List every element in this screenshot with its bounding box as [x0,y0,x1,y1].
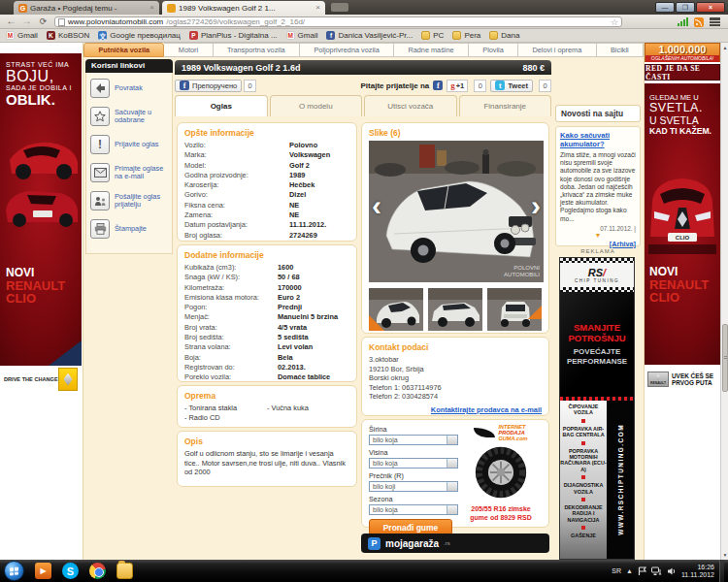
sidebar-item-prijavite[interactable]: ! Prijavite oglas [90,135,168,154]
maximize-button[interactable]: ❐ [676,2,695,13]
tire-promo[interactable]: INTERNET PRODAJA GUMA.com 205/55 R16 zim… [459,424,543,522]
tab-close-icon[interactable]: × [315,4,320,12]
bookmark-gmail[interactable]: MGmail [6,31,38,40]
sidebar-item-sacuvajte[interactable]: Sačuvajte u odabrane [90,107,168,126]
show-desktop-button[interactable] [719,560,724,582]
photo-next-arrow[interactable]: › [531,191,541,220]
speaker-icon[interactable] [667,566,677,576]
sidebar-item-posaljite-prijatelju[interactable]: Pošaljite oglas prijatelju [90,191,168,210]
google-plus-one-button[interactable]: g +1 [447,80,468,92]
nav-tab-plovila[interactable]: Plovila [469,43,518,57]
contact-email-link[interactable]: Kontaktirajte prodavca na e-mail [369,405,542,414]
tire-width-select[interactable]: bilo koja [369,435,458,445]
reload-button[interactable]: ⟳ [36,16,50,28]
bookmark-planplus[interactable]: PPlanPlus - Digitalna ... [189,31,278,40]
taskbar-clock[interactable]: 16:26 11.11.2012 [681,564,714,579]
bookmark-gmail-2[interactable]: MGmail [286,31,318,40]
hidden-icons-arrow[interactable]: ▲ [626,567,633,574]
photo-prev-arrow[interactable]: ‹ [372,191,381,220]
action-center-flag-icon[interactable] [638,566,646,576]
chevron-down-icon[interactable] [447,436,457,444]
info-value: NE [289,210,299,220]
explorer-taskbar-icon[interactable] [116,563,133,579]
tweet-button[interactable]: t Tweet [490,80,533,92]
skype-taskbar-icon[interactable]: S [62,563,79,579]
mojagaraza-banner[interactable]: P mojagaraža .rs [361,534,549,553]
info-label: Broj sedišta: [184,333,278,342]
info-value: 4/5 vrata [278,323,307,333]
bookmark-facebook-profile[interactable]: fDanica Vasiljević-Pr... [326,31,413,40]
sidebar-item-povratak[interactable]: Povratak [90,79,168,98]
fb-recommend-button[interactable]: f Препоручено [175,80,242,92]
browser-menu-icon[interactable] [710,17,720,26]
chrome-taskbar-icon[interactable] [89,563,106,579]
nav-tab-bicikli[interactable]: Bicikli [597,43,644,57]
red-je-da-se-casti-banner[interactable]: RED JE DA SE ČASTI [645,64,720,81]
bookmark-kobson[interactable]: KKoBSON [47,31,89,40]
garaza-favicon-icon: G [18,4,27,13]
main-photo[interactable]: ‹ › POLOVNI AUTOMOBILI [369,141,544,282]
sidebar-item-stampajte[interactable]: Štampajte [90,219,168,239]
start-button[interactable] [4,561,24,581]
nav-tab-motori[interactable]: Motori [164,43,213,57]
bookmark-label: Google преводилац [110,31,181,40]
tab-close-icon[interactable]: × [149,4,154,12]
tab-oglas[interactable]: Oglas [175,95,268,116]
chevron-down-icon[interactable] [447,459,457,468]
clock-time: 16:26 [681,564,714,571]
tire-season-select[interactable]: bilo koja [369,504,458,515]
bookmark-translate[interactable]: 文Google преводилац [98,31,181,40]
tire-diameter-select[interactable]: bilo koji [369,481,458,492]
bookmark-folder-dana[interactable]: Dana [489,31,519,40]
media-player-taskbar-icon[interactable]: ▶ [35,563,51,579]
renault-clio-ad-left[interactable]: STRAST VEĆ IMA BOJU, SADA JE DOBILA I OB… [0,53,82,366]
page-scrollbar[interactable]: ▲ ▼ [720,43,728,560]
nav-tab-radne-masine[interactable]: Radne mašine [394,43,469,57]
photo-thumbnail-1[interactable] [369,288,423,331]
url-field[interactable]: www.polovniautomobili.com /oglas2724269/… [54,16,622,27]
new-tab-button[interactable] [331,3,348,12]
forward-button[interactable]: → [19,16,34,28]
chip-service: GAŠENJE [571,533,596,538]
photo-thumbnail-3[interactable] [487,288,542,331]
tab-finansiranje[interactable]: Finansiranje [459,95,552,116]
photo-thumbnail-2[interactable] [428,288,482,331]
renault-ad-left-footer[interactable]: DRIVE THE CHANGE [0,366,82,393]
renault-ad-right-footer[interactable]: RENAULT UVEK ĆEŠ SE PRVOG PUTA [645,366,720,393]
renault-clio-ad-right[interactable]: GLEDAJ ME U SVETLA. U SVETLA KAD TI KAŽE… [645,83,720,365]
nav-tab-putnicka-vozila[interactable]: Putnička vozila [83,43,164,57]
info-row: Broj vrata:4/5 vrata [184,323,349,333]
bookmark-star-icon[interactable]: ☆ [611,17,618,27]
back-button[interactable]: ← [4,16,18,28]
bookmark-folder-pera[interactable]: Pera [452,31,480,40]
tire-height-select[interactable]: bilo koja [369,458,458,469]
chevron-down-icon[interactable] [447,505,457,514]
expand-triangle-icon[interactable]: ▼ [560,232,636,240]
tab-utisci-vozaca[interactable]: Utisci vozača [364,95,457,116]
tweet-label: Tweet [508,81,528,90]
nav-tab-transportna[interactable]: Transportna vozila [214,43,301,57]
scrollbar-thumb[interactable] [722,324,728,392]
nav-tab-poljoprivredna[interactable]: Poljoprivredna vozila [300,43,394,57]
sidebar-item-email-oglasi[interactable]: Primajte oglase na e-mail [90,163,168,182]
news-article-link[interactable]: Kako sačuvati akumulator? [560,131,636,148]
language-indicator[interactable]: SR [612,567,621,574]
rss-icon[interactable] [694,17,704,27]
browser-tab-inactive[interactable]: G Garaža • Pogledaj temu - × [14,1,159,15]
network-icon[interactable] [651,566,662,576]
scroll-down-arrow[interactable]: ▼ [721,550,728,560]
tab-o-modelu[interactable]: O modelu [270,95,363,116]
facebook-icon[interactable]: f [433,81,443,90]
news-archive-link[interactable]: [Arhiva] [560,240,636,248]
close-button[interactable]: × [696,2,725,13]
chip-tuning-ad[interactable]: RS/ CHIP TUNING SMANJITE POTROŠNJU POVEĆ… [559,257,635,560]
browser-tab-active[interactable]: 1989 Volkswagen Golf 2 1... × [162,1,325,15]
nav-tab-delovi[interactable]: Delovi i oprema [518,43,596,57]
chevron-down-icon[interactable] [447,482,457,491]
scroll-up-arrow[interactable]: ▲ [721,43,728,52]
signal-bars-icon[interactable] [678,17,688,26]
minimize-button[interactable]: — [655,2,675,13]
info-label: Model: [184,161,289,171]
million-ads-banner[interactable]: 1.000.000 OGLAŠENIH AUTOMOBILA! [645,43,720,62]
bookmark-folder-pc[interactable]: PC [421,31,444,40]
